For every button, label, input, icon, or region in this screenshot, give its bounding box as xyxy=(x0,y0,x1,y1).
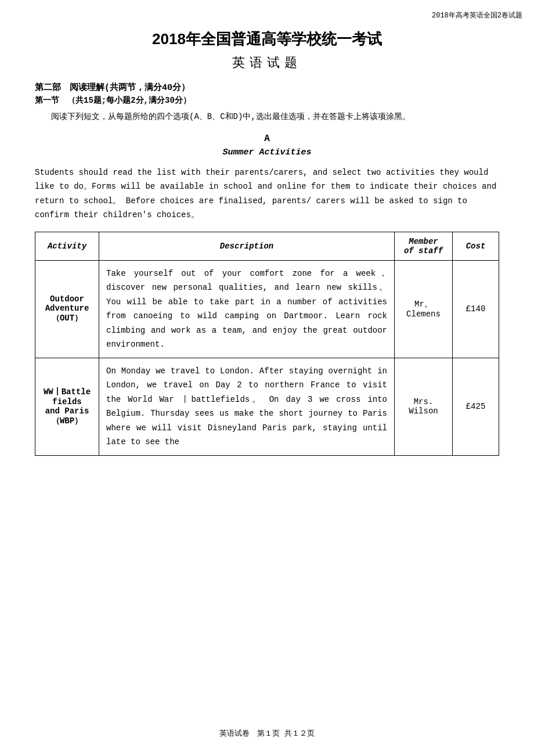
table-cost-1: £425 xyxy=(453,358,499,455)
table-activity-0: OutdoorAdventure（OUT） xyxy=(35,260,99,358)
passage-text: Students should read the list with their… xyxy=(35,165,499,222)
table-description-1: On Monday we travel to London. After sta… xyxy=(99,358,395,455)
col-header-activity: Activity xyxy=(35,232,99,260)
table-description-0: Take yourself out of your comfort zone f… xyxy=(99,260,395,358)
table-activity-1: WW丨Battlefieldsand Paris（WBP） xyxy=(35,358,99,455)
col-header-cost: Cost xyxy=(453,232,499,260)
section-letter: A xyxy=(35,134,499,144)
sub-title: 英语试题 xyxy=(35,54,499,71)
intro-text: 阅读下列短文，从每题所给的四个选项(A、B、C和D)中,选出最佳选项，并在答题卡… xyxy=(35,110,499,124)
section1-heading: 第一节 （共15题;每小题2分,满分30分） xyxy=(35,95,499,106)
section2-heading: 第二部 阅读理解(共两节，满分40分） xyxy=(35,82,499,93)
section-subtitle: Summer Activities xyxy=(35,147,499,157)
table-cost-0: £140 xyxy=(453,260,499,358)
watermark: 2018年高考英语全国2卷试题 xyxy=(432,10,522,20)
activities-table: Activity Description Memberof staff Cost… xyxy=(35,232,499,456)
col-header-description: Description xyxy=(99,232,395,260)
main-title: 2018年全国普通高等学校统一考试 xyxy=(35,29,499,49)
footer: 英语试卷 第１页 共１２页 xyxy=(0,728,534,739)
table-staff-0: Mr。Clemens xyxy=(395,260,453,358)
table-staff-1: Mrs.Wilson xyxy=(395,358,453,455)
col-header-staff: Memberof staff xyxy=(395,232,453,260)
